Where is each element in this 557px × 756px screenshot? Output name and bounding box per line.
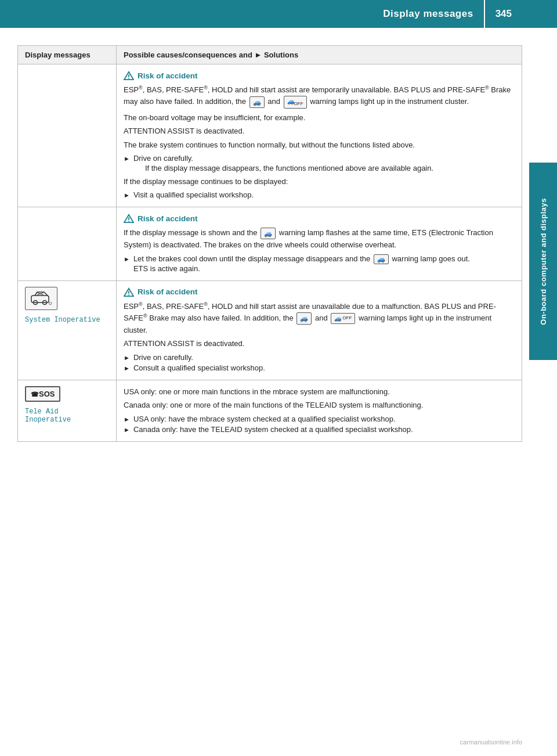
page-number: 345 (484, 0, 522, 28)
arrow-icon-1b: ► (124, 192, 130, 199)
content-block-2a: If the display message is shown and the … (124, 227, 515, 250)
warning-triangle-icon-2 (124, 213, 134, 224)
svg-point-14 (128, 294, 129, 296)
arrow-item-4a: ► USA only: have the mbrace system check… (124, 415, 515, 423)
arrow-item-1b: ► Visit a qualified specialist workshop. (124, 190, 515, 199)
para-1c: ATTENTION ASSIST is deactivated. (124, 125, 515, 137)
para-3a: ESP®, BAS, PRE-SAFE®, HOLD and hill star… (124, 301, 515, 336)
arrow-indent-1a: If the display message disappears, the f… (145, 164, 433, 172)
causes-cell-2: Risk of accident If the display message … (117, 207, 522, 280)
para-1d: The brake system continues to function n… (124, 139, 515, 151)
main-table: Display messages Possible causes/consequ… (17, 45, 522, 442)
arrow-item-2a: ► Let the brakes cool down until the dis… (124, 254, 515, 273)
para-2a: If the display message is shown and the … (124, 227, 515, 250)
risk-heading-1: Risk of accident (124, 70, 515, 81)
col-header-causes: Possible causes/consequences and ► Solut… (117, 46, 522, 64)
traction-off-icon-1: 🚙OFF (284, 96, 307, 109)
content-block-1e: If the display message continues to be d… (124, 176, 515, 188)
header-title: Display messages (383, 8, 473, 20)
table-row: Risk of accident ESP®, BAS, PRE-SAFE®, H… (18, 64, 522, 207)
arrow-icon-4b: ► (124, 426, 130, 433)
arrow-text-4a: USA only: have the mbrace system checked… (133, 415, 396, 423)
causes-cell-3: Risk of accident ESP®, BAS, PRE-SAFE®, H… (117, 280, 522, 380)
arrow-text-3a: Drive on carefully. (133, 353, 193, 362)
risk-label-3: Risk of accident (138, 287, 198, 296)
table-row: OFF System Inoperative (18, 280, 522, 380)
arrow-text-1b: Visit a qualified specialist workshop. (133, 190, 254, 199)
display-cell-2 (18, 207, 117, 280)
arrow-icon-1a: ► (124, 155, 130, 162)
warning-triangle-icon-3 (124, 287, 134, 297)
arrow-text-1a: Drive on carefully. If the display messa… (133, 154, 433, 174)
table-row: Risk of accident If the display message … (18, 207, 522, 280)
arrow-item-1a: ► Drive on carefully. If the display mes… (124, 154, 515, 174)
arrow-item-4b: ► Canada only: have the TELEAID system c… (124, 425, 515, 434)
arrow-text-2a: Let the brakes cool down until the displ… (133, 254, 470, 273)
para-4a: USA only: one or more main functions in … (124, 386, 515, 398)
svg-point-5 (128, 221, 129, 222)
traction-icon-2b: 🚙 (374, 254, 389, 264)
display-cell-1 (18, 64, 117, 207)
arrow-icon-4a: ► (124, 416, 130, 423)
para-1b: The on-board voltage may be insufficient… (124, 112, 515, 124)
content-block-4a: USA only: one or more main functions in … (124, 386, 515, 411)
car-off-svg: OFF (30, 290, 52, 306)
system-inoperative-label: System Inoperative (25, 316, 109, 324)
traction-icon-symbol: 🚙 (253, 99, 261, 106)
display-cell-4: ☎SOS Tele AidInoperative (18, 380, 117, 441)
para-3b: ATTENTION ASSIST is deactivated. (124, 338, 515, 350)
watermark: carmanualsontine.info (460, 739, 522, 746)
risk-label-2: Risk of accident (138, 214, 198, 223)
main-content: Display messages Possible causes/consequ… (0, 28, 557, 459)
sos-phone-icon: ☎ (31, 391, 39, 398)
risk-heading-3: Risk of accident (124, 287, 515, 297)
sos-text: SOS (39, 390, 55, 398)
risk-label-1: Risk of accident (138, 71, 198, 80)
risk-heading-2: Risk of accident (124, 213, 515, 224)
tele-aid-label: Tele AidInoperative (25, 408, 109, 424)
arrow-item-3b: ► Consult a qualified specialist worksho… (124, 363, 515, 372)
para-4b: Canada only: one or more of the main fun… (124, 399, 515, 411)
display-cell-3: OFF System Inoperative (18, 280, 117, 380)
arrow-item-3a: ► Drive on carefully. (124, 353, 515, 362)
system-inoperative-icon: OFF (25, 287, 57, 310)
content-block-3a: ESP®, BAS, PRE-SAFE®, HOLD and hill star… (124, 301, 515, 350)
svg-text:OFF: OFF (49, 301, 52, 305)
svg-point-2 (128, 78, 129, 79)
sos-icon: ☎SOS (25, 386, 60, 402)
traction-icon-1: 🚙 (249, 96, 265, 109)
traction-off-symbol: 🚙OFF (287, 97, 303, 107)
arrow-icon-3b: ► (124, 365, 130, 372)
warning-triangle-icon (124, 70, 134, 81)
traction-icon-2: 🚙 (261, 228, 276, 240)
side-tab-label: On-board computer and displays (539, 198, 548, 325)
arrow-text-3b: Consult a qualified specialist workshop. (133, 363, 265, 372)
arrow-text-4b: Canada only: have the TELEAID system che… (133, 425, 413, 434)
arrow-icon-2a: ► (124, 255, 130, 262)
side-tab-marker (529, 325, 557, 344)
para-1a: ESP®, BAS, PRE-SAFE®, HOLD and hill star… (124, 84, 515, 109)
causes-cell-1: Risk of accident ESP®, BAS, PRE-SAFE®, H… (117, 64, 522, 207)
table-row: ☎SOS Tele AidInoperative USA only: one o… (18, 380, 522, 441)
content-block-1a: ESP®, BAS, PRE-SAFE®, HOLD and hill star… (124, 84, 515, 109)
para-1e: If the display message continues to be d… (124, 176, 515, 188)
traction-icon-3a: 🚙 (296, 312, 312, 325)
content-block-1b: The on-board voltage may be insufficient… (124, 112, 515, 151)
traction-off-icon-3: 🚙OFF (331, 313, 355, 324)
col-header-display: Display messages (18, 46, 117, 64)
arrow-icon-3a: ► (124, 354, 130, 361)
causes-cell-4: USA only: one or more main functions in … (117, 380, 522, 441)
header-bar: Display messages 345 (0, 0, 557, 28)
